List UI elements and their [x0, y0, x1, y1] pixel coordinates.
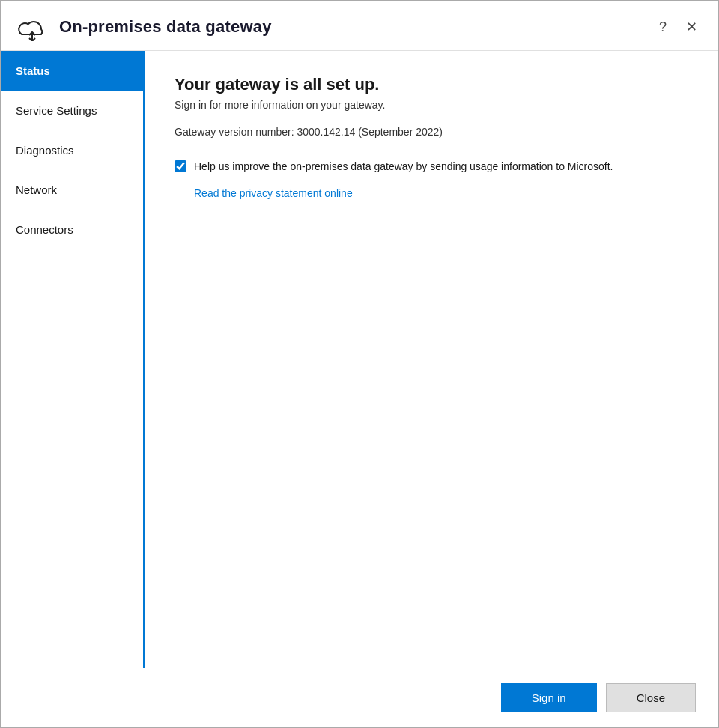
- help-button[interactable]: ?: [653, 17, 673, 37]
- status-subtitle: Sign in for more information on your gat…: [175, 99, 688, 111]
- sidebar-item-service-settings[interactable]: Service Settings: [1, 91, 143, 130]
- footer: Sign in Close: [1, 668, 718, 727]
- content-spacer: [175, 199, 688, 644]
- content-panel: Your gateway is all set up. Sign in for …: [145, 51, 718, 668]
- usage-checkbox[interactable]: [175, 160, 186, 172]
- window-title: On-premises data gateway: [59, 17, 272, 37]
- sign-in-button[interactable]: Sign in: [501, 683, 597, 712]
- sidebar-item-diagnostics[interactable]: Diagnostics: [1, 130, 143, 170]
- privacy-link[interactable]: Read the privacy statement online: [194, 187, 688, 199]
- sidebar-item-status[interactable]: Status: [1, 51, 143, 91]
- sidebar-item-connectors[interactable]: Connectors: [1, 210, 143, 249]
- usage-checkbox-label[interactable]: Help us improve the on-premises data gat…: [194, 159, 613, 175]
- usage-checkbox-area: Help us improve the on-premises data gat…: [175, 159, 688, 175]
- status-title: Your gateway is all set up.: [175, 75, 688, 94]
- usage-checkbox-wrapper[interactable]: [175, 160, 186, 175]
- version-text: Gateway version number: 3000.142.14 (Sep…: [175, 126, 688, 138]
- main-window: On-premises data gateway ? ✕ Status Serv…: [0, 0, 719, 728]
- sidebar-item-network[interactable]: Network: [1, 170, 143, 210]
- title-bar: On-premises data gateway ? ✕: [1, 1, 718, 51]
- main-content: Status Service Settings Diagnostics Netw…: [1, 51, 718, 668]
- close-button[interactable]: Close: [606, 683, 696, 712]
- sidebar: Status Service Settings Diagnostics Netw…: [1, 51, 145, 668]
- cloud-gateway-icon: [16, 13, 49, 41]
- close-window-button[interactable]: ✕: [680, 17, 703, 37]
- title-bar-controls: ? ✕: [653, 17, 703, 37]
- title-bar-left: On-premises data gateway: [16, 13, 653, 41]
